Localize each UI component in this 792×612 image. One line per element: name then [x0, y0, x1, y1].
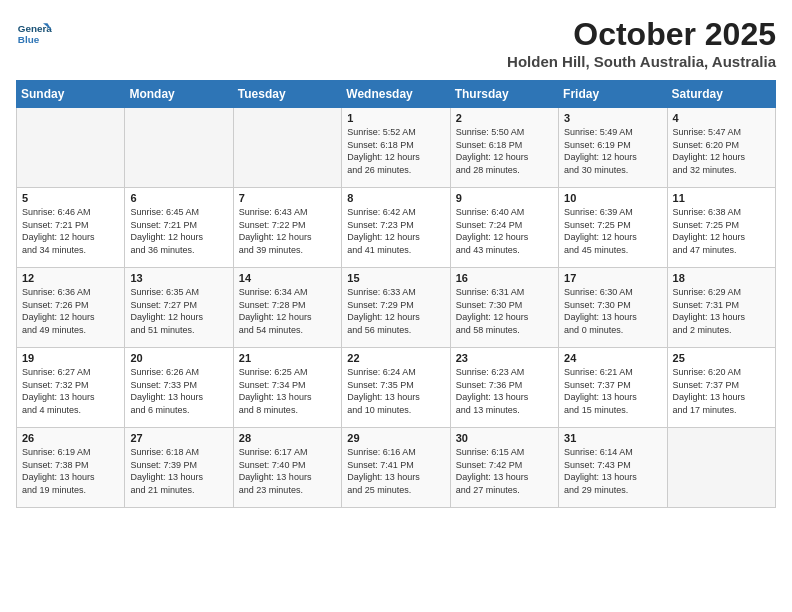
day-number: 22	[347, 352, 444, 364]
calendar-cell	[667, 428, 775, 508]
header-day-thursday: Thursday	[450, 81, 558, 108]
day-info: Sunrise: 5:47 AM Sunset: 6:20 PM Dayligh…	[673, 126, 770, 176]
location-subtitle: Holden Hill, South Australia, Australia	[507, 53, 776, 70]
header-day-saturday: Saturday	[667, 81, 775, 108]
calendar-cell: 8Sunrise: 6:42 AM Sunset: 7:23 PM Daylig…	[342, 188, 450, 268]
day-info: Sunrise: 6:27 AM Sunset: 7:32 PM Dayligh…	[22, 366, 119, 416]
calendar-cell: 17Sunrise: 6:30 AM Sunset: 7:30 PM Dayli…	[559, 268, 667, 348]
day-number: 13	[130, 272, 227, 284]
day-info: Sunrise: 6:14 AM Sunset: 7:43 PM Dayligh…	[564, 446, 661, 496]
calendar-cell: 7Sunrise: 6:43 AM Sunset: 7:22 PM Daylig…	[233, 188, 341, 268]
day-number: 19	[22, 352, 119, 364]
day-info: Sunrise: 6:33 AM Sunset: 7:29 PM Dayligh…	[347, 286, 444, 336]
calendar-week-row: 19Sunrise: 6:27 AM Sunset: 7:32 PM Dayli…	[17, 348, 776, 428]
day-info: Sunrise: 6:16 AM Sunset: 7:41 PM Dayligh…	[347, 446, 444, 496]
calendar-cell: 2Sunrise: 5:50 AM Sunset: 6:18 PM Daylig…	[450, 108, 558, 188]
calendar-cell: 29Sunrise: 6:16 AM Sunset: 7:41 PM Dayli…	[342, 428, 450, 508]
day-number: 26	[22, 432, 119, 444]
calendar-cell: 23Sunrise: 6:23 AM Sunset: 7:36 PM Dayli…	[450, 348, 558, 428]
calendar-cell: 16Sunrise: 6:31 AM Sunset: 7:30 PM Dayli…	[450, 268, 558, 348]
day-info: Sunrise: 6:40 AM Sunset: 7:24 PM Dayligh…	[456, 206, 553, 256]
day-info: Sunrise: 6:26 AM Sunset: 7:33 PM Dayligh…	[130, 366, 227, 416]
logo-icon: General Blue	[16, 16, 52, 52]
day-number: 7	[239, 192, 336, 204]
day-number: 17	[564, 272, 661, 284]
logo: General Blue	[16, 16, 52, 52]
day-info: Sunrise: 6:34 AM Sunset: 7:28 PM Dayligh…	[239, 286, 336, 336]
day-info: Sunrise: 6:46 AM Sunset: 7:21 PM Dayligh…	[22, 206, 119, 256]
day-info: Sunrise: 6:39 AM Sunset: 7:25 PM Dayligh…	[564, 206, 661, 256]
calendar-cell	[17, 108, 125, 188]
day-info: Sunrise: 6:23 AM Sunset: 7:36 PM Dayligh…	[456, 366, 553, 416]
day-info: Sunrise: 6:21 AM Sunset: 7:37 PM Dayligh…	[564, 366, 661, 416]
day-info: Sunrise: 5:50 AM Sunset: 6:18 PM Dayligh…	[456, 126, 553, 176]
calendar-cell: 24Sunrise: 6:21 AM Sunset: 7:37 PM Dayli…	[559, 348, 667, 428]
calendar-cell: 28Sunrise: 6:17 AM Sunset: 7:40 PM Dayli…	[233, 428, 341, 508]
day-number: 20	[130, 352, 227, 364]
header-day-wednesday: Wednesday	[342, 81, 450, 108]
calendar-cell: 25Sunrise: 6:20 AM Sunset: 7:37 PM Dayli…	[667, 348, 775, 428]
calendar-cell: 9Sunrise: 6:40 AM Sunset: 7:24 PM Daylig…	[450, 188, 558, 268]
day-number: 16	[456, 272, 553, 284]
header-day-monday: Monday	[125, 81, 233, 108]
day-number: 8	[347, 192, 444, 204]
day-number: 14	[239, 272, 336, 284]
day-info: Sunrise: 6:45 AM Sunset: 7:21 PM Dayligh…	[130, 206, 227, 256]
day-info: Sunrise: 6:31 AM Sunset: 7:30 PM Dayligh…	[456, 286, 553, 336]
day-info: Sunrise: 6:42 AM Sunset: 7:23 PM Dayligh…	[347, 206, 444, 256]
calendar-header-row: SundayMondayTuesdayWednesdayThursdayFrid…	[17, 81, 776, 108]
day-number: 10	[564, 192, 661, 204]
calendar-cell: 10Sunrise: 6:39 AM Sunset: 7:25 PM Dayli…	[559, 188, 667, 268]
calendar-cell: 14Sunrise: 6:34 AM Sunset: 7:28 PM Dayli…	[233, 268, 341, 348]
calendar-cell: 12Sunrise: 6:36 AM Sunset: 7:26 PM Dayli…	[17, 268, 125, 348]
day-number: 28	[239, 432, 336, 444]
header-day-tuesday: Tuesday	[233, 81, 341, 108]
day-info: Sunrise: 6:18 AM Sunset: 7:39 PM Dayligh…	[130, 446, 227, 496]
day-info: Sunrise: 5:49 AM Sunset: 6:19 PM Dayligh…	[564, 126, 661, 176]
calendar-cell: 13Sunrise: 6:35 AM Sunset: 7:27 PM Dayli…	[125, 268, 233, 348]
day-number: 24	[564, 352, 661, 364]
calendar-cell: 26Sunrise: 6:19 AM Sunset: 7:38 PM Dayli…	[17, 428, 125, 508]
day-info: Sunrise: 6:24 AM Sunset: 7:35 PM Dayligh…	[347, 366, 444, 416]
calendar-cell: 1Sunrise: 5:52 AM Sunset: 6:18 PM Daylig…	[342, 108, 450, 188]
calendar-cell	[125, 108, 233, 188]
day-number: 25	[673, 352, 770, 364]
day-number: 31	[564, 432, 661, 444]
calendar-week-row: 26Sunrise: 6:19 AM Sunset: 7:38 PM Dayli…	[17, 428, 776, 508]
day-number: 27	[130, 432, 227, 444]
day-info: Sunrise: 6:15 AM Sunset: 7:42 PM Dayligh…	[456, 446, 553, 496]
calendar-cell: 22Sunrise: 6:24 AM Sunset: 7:35 PM Dayli…	[342, 348, 450, 428]
calendar-cell: 21Sunrise: 6:25 AM Sunset: 7:34 PM Dayli…	[233, 348, 341, 428]
day-number: 9	[456, 192, 553, 204]
calendar-cell: 11Sunrise: 6:38 AM Sunset: 7:25 PM Dayli…	[667, 188, 775, 268]
day-number: 11	[673, 192, 770, 204]
calendar-cell: 4Sunrise: 5:47 AM Sunset: 6:20 PM Daylig…	[667, 108, 775, 188]
day-info: Sunrise: 6:35 AM Sunset: 7:27 PM Dayligh…	[130, 286, 227, 336]
day-number: 29	[347, 432, 444, 444]
day-info: Sunrise: 6:30 AM Sunset: 7:30 PM Dayligh…	[564, 286, 661, 336]
calendar-week-row: 1Sunrise: 5:52 AM Sunset: 6:18 PM Daylig…	[17, 108, 776, 188]
calendar-cell: 3Sunrise: 5:49 AM Sunset: 6:19 PM Daylig…	[559, 108, 667, 188]
day-number: 23	[456, 352, 553, 364]
title-area: October 2025 Holden Hill, South Australi…	[507, 16, 776, 70]
calendar-cell: 20Sunrise: 6:26 AM Sunset: 7:33 PM Dayli…	[125, 348, 233, 428]
day-number: 18	[673, 272, 770, 284]
day-number: 15	[347, 272, 444, 284]
calendar-cell: 5Sunrise: 6:46 AM Sunset: 7:21 PM Daylig…	[17, 188, 125, 268]
month-year-title: October 2025	[507, 16, 776, 53]
day-number: 2	[456, 112, 553, 124]
header-day-sunday: Sunday	[17, 81, 125, 108]
calendar-cell: 18Sunrise: 6:29 AM Sunset: 7:31 PM Dayli…	[667, 268, 775, 348]
calendar-cell: 6Sunrise: 6:45 AM Sunset: 7:21 PM Daylig…	[125, 188, 233, 268]
day-info: Sunrise: 6:17 AM Sunset: 7:40 PM Dayligh…	[239, 446, 336, 496]
day-number: 3	[564, 112, 661, 124]
calendar-week-row: 12Sunrise: 6:36 AM Sunset: 7:26 PM Dayli…	[17, 268, 776, 348]
day-number: 6	[130, 192, 227, 204]
calendar-cell: 31Sunrise: 6:14 AM Sunset: 7:43 PM Dayli…	[559, 428, 667, 508]
calendar-cell	[233, 108, 341, 188]
calendar-table: SundayMondayTuesdayWednesdayThursdayFrid…	[16, 80, 776, 508]
day-info: Sunrise: 6:19 AM Sunset: 7:38 PM Dayligh…	[22, 446, 119, 496]
calendar-week-row: 5Sunrise: 6:46 AM Sunset: 7:21 PM Daylig…	[17, 188, 776, 268]
header-day-friday: Friday	[559, 81, 667, 108]
day-number: 30	[456, 432, 553, 444]
